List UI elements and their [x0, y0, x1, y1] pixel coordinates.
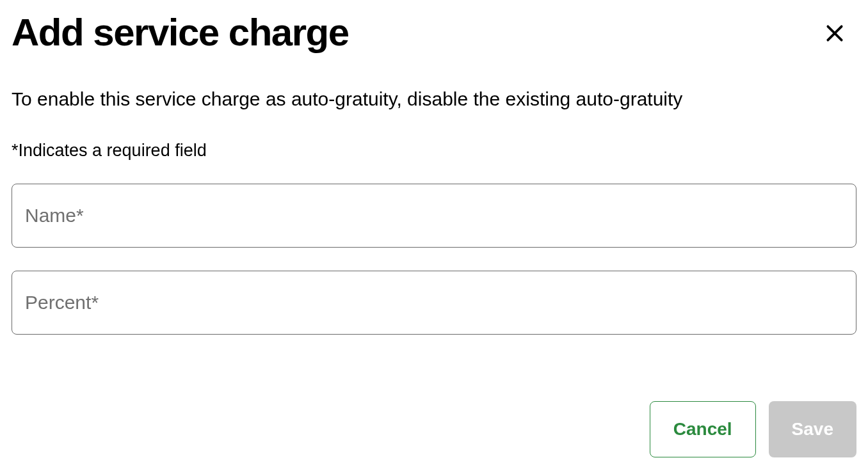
cancel-button[interactable]: Cancel	[650, 401, 756, 457]
name-field[interactable]	[12, 184, 856, 248]
add-service-charge-dialog: Add service charge To enable this servic…	[12, 12, 856, 358]
close-icon	[824, 23, 845, 44]
dialog-title: Add service charge	[12, 12, 349, 54]
dialog-footer: Cancel Save	[650, 401, 856, 457]
required-field-hint: *Indicates a required field	[12, 141, 856, 161]
close-button[interactable]	[819, 18, 850, 49]
dialog-description: To enable this service charge as auto-gr…	[12, 86, 856, 113]
percent-field[interactable]	[12, 271, 856, 335]
save-button[interactable]: Save	[769, 401, 856, 457]
dialog-header: Add service charge	[12, 12, 856, 54]
